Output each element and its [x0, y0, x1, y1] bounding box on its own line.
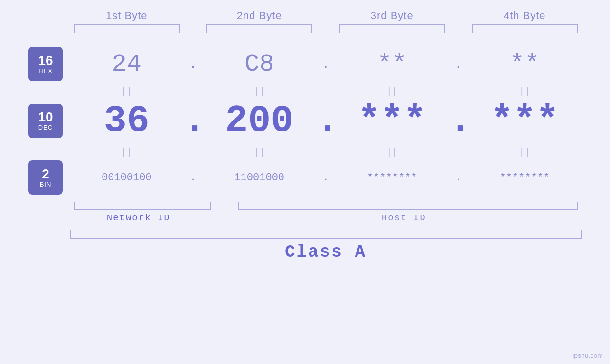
dec-byte4: ***	[468, 99, 582, 142]
host-bracket	[238, 202, 578, 210]
dec-values: 36 . 200 . *** . ***	[70, 99, 582, 142]
network-id-label: Network ID	[70, 213, 207, 223]
dec-badge: 10 DEC	[28, 104, 63, 138]
class-bracket-area: Class A	[28, 230, 582, 262]
dec-byte3: ***	[335, 99, 449, 142]
hex-values: 24 . C8 . ** . **	[70, 50, 582, 78]
class-bracket	[70, 230, 582, 239]
dec-sep3: .	[449, 99, 468, 142]
hex-badge-label: HEX	[38, 67, 53, 75]
byte2-header: 2nd Byte	[203, 9, 317, 22]
eq2-b4: ||	[468, 147, 582, 158]
class-label: Class A	[70, 243, 582, 262]
bin-sep1: .	[184, 172, 203, 184]
bottom-bracket-area: Network ID Host ID	[28, 202, 582, 223]
dec-badge-label: DEC	[38, 124, 53, 131]
bin-byte4: ********	[468, 172, 582, 184]
hex-badge-num: 16	[38, 54, 53, 67]
bin-byte2: 11001000	[203, 172, 317, 184]
eq1-b3: ||	[335, 86, 449, 97]
hex-sep2: .	[316, 57, 335, 72]
bin-badge: 2 BIN	[28, 160, 63, 195]
bin-badge-label: BIN	[40, 181, 52, 188]
hex-byte2: C8	[203, 50, 317, 78]
main-container: 1st Byte 2nd Byte 3rd Byte 4th Byte 16 H…	[0, 0, 610, 364]
host-id-label: Host ID	[226, 213, 582, 223]
bin-sep3: .	[449, 172, 468, 184]
byte3-header: 3rd Byte	[335, 9, 449, 22]
eq2-b3: ||	[335, 147, 449, 158]
hex-sep3: .	[449, 57, 468, 72]
hex-sep1: .	[184, 57, 203, 72]
hex-byte1: 24	[70, 50, 184, 78]
watermark: ipshu.com	[572, 352, 603, 359]
bin-byte3: ********	[335, 172, 449, 184]
bin-badge-num: 2	[42, 168, 49, 181]
network-bracket	[74, 202, 211, 210]
eq1-b1: ||	[70, 86, 184, 97]
bin-byte1: 00100100	[70, 172, 184, 184]
dec-byte2: 200	[203, 99, 317, 142]
hex-byte4: **	[468, 50, 582, 78]
eq2-b1: ||	[70, 147, 184, 158]
dec-sep1: .	[184, 99, 203, 142]
byte1-header: 1st Byte	[70, 9, 184, 22]
dec-byte1: 36	[70, 99, 184, 142]
hex-badge: 16 HEX	[28, 47, 63, 81]
bin-values: 00100100 . 11001000 . ******** . *******…	[70, 172, 582, 184]
eq1-b4: ||	[468, 86, 582, 97]
byte4-header: 4th Byte	[468, 9, 582, 22]
eq1-b2: ||	[203, 86, 317, 97]
hex-row: 16 HEX 24 . C8 . ** . **	[28, 47, 582, 81]
eq2-b2: ||	[203, 147, 317, 158]
bin-sep2: .	[316, 172, 335, 184]
bin-row: 2 BIN 00100100 . 11001000 . ******** . *…	[28, 160, 582, 195]
dec-row: 10 DEC 36 . 200 . *** . ***	[28, 99, 582, 142]
dec-sep2: .	[316, 99, 335, 142]
hex-byte3: **	[335, 50, 449, 78]
dec-badge-num: 10	[38, 111, 53, 124]
